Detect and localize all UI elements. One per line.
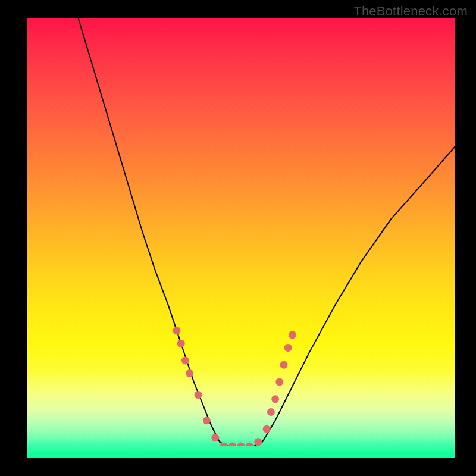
sample-point [173, 327, 181, 334]
sample-point [181, 357, 189, 365]
chart-stage: TheBottleneck.com [0, 0, 476, 476]
sample-point [284, 344, 292, 352]
sample-point [237, 443, 245, 446]
sample-point [186, 369, 193, 377]
sample-point [267, 408, 275, 416]
sample-point [271, 395, 279, 403]
sample-point [254, 438, 262, 446]
sample-point [195, 391, 202, 399]
sample-point [246, 443, 253, 446]
sample-point [203, 416, 211, 424]
bottleneck-curve [27, 18, 455, 446]
sample-point [263, 425, 271, 433]
sample-point [280, 361, 288, 369]
sample-point [211, 434, 219, 441]
sample-point [275, 378, 283, 386]
plot-area [27, 18, 455, 458]
v-curve-path [78, 18, 455, 446]
sample-point [177, 340, 185, 347]
watermark-label: TheBottleneck.com [353, 4, 468, 19]
sample-point [289, 331, 296, 339]
sample-point [228, 443, 236, 446]
